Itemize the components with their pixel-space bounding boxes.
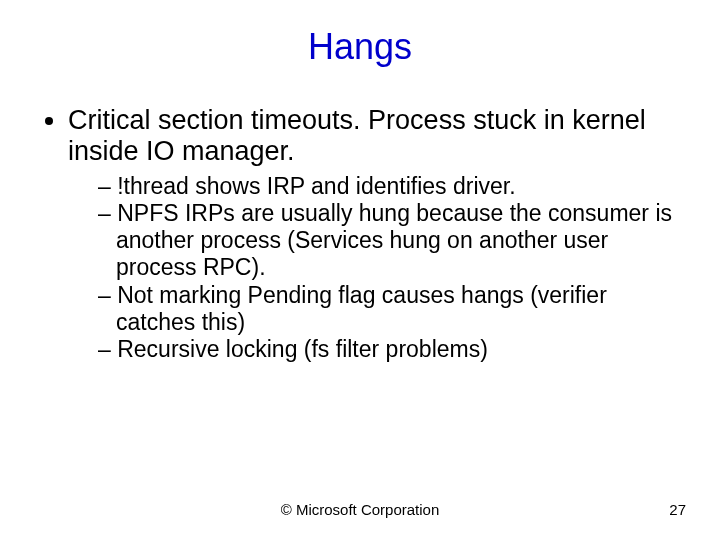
sub-bullet: Recursive locking (fs filter problems) [98, 336, 680, 363]
sub-bullet: Not marking Pending flag causes hangs (v… [98, 282, 680, 336]
bullet-list-level2: !thread shows IRP and identifies driver.… [68, 173, 680, 363]
footer-copyright: © Microsoft Corporation [0, 501, 720, 518]
slide: Hangs Critical section timeouts. Process… [0, 0, 720, 540]
footer-page-number: 27 [669, 501, 686, 518]
bullet-main-text: Critical section timeouts. Process stuck… [68, 105, 646, 166]
slide-body: Critical section timeouts. Process stuck… [40, 105, 680, 371]
bullet-list-level1: Critical section timeouts. Process stuck… [40, 105, 680, 363]
slide-title: Hangs [0, 26, 720, 68]
bullet-main: Critical section timeouts. Process stuck… [68, 105, 680, 363]
sub-bullet: !thread shows IRP and identifies driver. [98, 173, 680, 200]
sub-bullet: NPFS IRPs are usually hung because the c… [98, 200, 680, 281]
